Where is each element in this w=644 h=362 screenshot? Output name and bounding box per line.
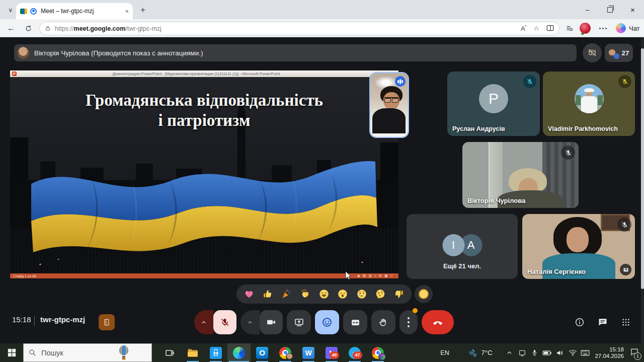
windows-logo-icon bbox=[8, 348, 16, 357]
activities-button[interactable] bbox=[620, 316, 632, 328]
tray-wifi-icon[interactable] bbox=[567, 343, 579, 362]
split-screen-icon[interactable] bbox=[546, 25, 554, 33]
end-call-button[interactable] bbox=[422, 310, 454, 334]
participants-button[interactable]: 27 bbox=[605, 44, 633, 62]
tray-tablet-mode-icon[interactable] bbox=[516, 343, 528, 362]
start-button[interactable] bbox=[0, 343, 23, 362]
tray-volume-icon[interactable] bbox=[553, 343, 567, 362]
tray-battery-icon[interactable] bbox=[540, 343, 553, 362]
taskbar-chrome-profile2[interactable] bbox=[366, 343, 389, 362]
read-aloud-icon[interactable]: A❜ bbox=[521, 25, 526, 32]
taskbar-edge-active[interactable] bbox=[227, 343, 251, 362]
annotations-off-button[interactable] bbox=[583, 43, 602, 62]
tray-weather[interactable]: 7°C bbox=[461, 343, 500, 362]
meeting-details-button[interactable] bbox=[574, 316, 586, 328]
copilot-icon bbox=[616, 23, 626, 33]
present-screen-button[interactable] bbox=[287, 310, 311, 334]
chat-button[interactable] bbox=[597, 316, 609, 328]
tray-keyboard-icon[interactable] bbox=[579, 343, 592, 362]
participant-name: Наталія Сергієнко bbox=[527, 268, 586, 275]
recording-indicator-icon bbox=[30, 8, 37, 15]
camera-options-chevron[interactable] bbox=[240, 310, 260, 334]
collections-icon[interactable] bbox=[562, 21, 577, 35]
reaction-face-with-open-mouth-icon[interactable] bbox=[335, 286, 350, 302]
tab-close-icon[interactable]: × bbox=[125, 8, 129, 15]
tray-hidden-icons-chevron[interactable] bbox=[503, 343, 515, 362]
reaction-clapping-hands-icon[interactable] bbox=[298, 286, 313, 302]
telegram-badge: 47 bbox=[353, 351, 362, 359]
participant-tile-vladimir[interactable]: Vladimir Parkhomovich bbox=[543, 71, 635, 136]
reaction-thinking-face-icon[interactable] bbox=[373, 286, 388, 302]
notification-count-badge: 1 bbox=[634, 352, 641, 360]
annotation-board-slash-icon bbox=[588, 48, 597, 57]
tray-action-center[interactable]: 1 bbox=[626, 343, 643, 362]
taskbar-search-box[interactable] bbox=[23, 343, 152, 362]
reactions-bar bbox=[236, 284, 412, 304]
end-call-icon bbox=[432, 317, 443, 328]
taskbar-telegram[interactable]: 47 bbox=[343, 343, 366, 362]
presenter-avatar bbox=[17, 47, 29, 59]
taskbar-word[interactable]: W bbox=[297, 343, 320, 362]
more-options-button[interactable] bbox=[399, 310, 418, 334]
browser-tab[interactable]: Meet – twr-gtpc-mzj × bbox=[16, 3, 133, 19]
task-view-icon bbox=[165, 348, 175, 358]
reaction-thumbs-down-icon[interactable] bbox=[391, 286, 407, 302]
window-minimize-button[interactable]: – bbox=[576, 0, 599, 19]
taskbar-outlook[interactable]: O bbox=[251, 343, 274, 362]
captions-button[interactable] bbox=[343, 310, 367, 334]
extension-rose-icon[interactable] bbox=[580, 23, 591, 34]
presenter-banner-text: Вікторія Чурілова (Проводится показ с ан… bbox=[34, 49, 203, 57]
search-highlight-balloon-icon bbox=[118, 345, 130, 360]
reaction-crying-face-icon[interactable] bbox=[354, 286, 369, 302]
taskbar-viber[interactable]: 40 bbox=[320, 343, 343, 362]
meeting-code: twr-gtpc-mzj bbox=[40, 315, 85, 324]
reaction-face-with-tears-of-joy-icon[interactable] bbox=[316, 286, 332, 302]
taskbar-chrome-profile1[interactable] bbox=[274, 343, 297, 362]
avatar: І bbox=[442, 234, 464, 256]
pip-expand-icon[interactable] bbox=[620, 264, 631, 275]
self-video-tile[interactable] bbox=[369, 72, 409, 138]
browser-menu-icon[interactable] bbox=[596, 21, 610, 35]
door-icon bbox=[103, 318, 111, 326]
viber-badge: 40 bbox=[330, 351, 339, 359]
overflow-participants-tile[interactable]: І А Ещё 21 чел. bbox=[407, 214, 518, 279]
participant-tile-viktoriia[interactable]: Вікторія Чурілова bbox=[462, 142, 579, 208]
mic-muted-icon bbox=[561, 146, 575, 160]
shared-presentation-window: P Демонстрация PowerPoint - [Мурсаитова … bbox=[10, 70, 398, 278]
mic-toggle-button-muted[interactable] bbox=[213, 310, 236, 334]
chat-icon bbox=[598, 317, 608, 327]
reactions-button-active[interactable] bbox=[315, 310, 339, 334]
tray-clock[interactable]: 15:18 27.04.2026 bbox=[592, 343, 624, 362]
task-view-button[interactable] bbox=[158, 343, 181, 362]
mic-options-chevron[interactable] bbox=[194, 310, 213, 334]
participant-tile-natalia[interactable]: Наталія Сергієнко bbox=[522, 214, 635, 279]
participant-name: Вікторія Чурілова bbox=[467, 197, 525, 204]
raise-hand-button[interactable] bbox=[371, 310, 395, 334]
divider bbox=[34, 316, 35, 326]
tray-microphone-icon[interactable] bbox=[528, 343, 540, 362]
copilot-chat-button[interactable]: Чат bbox=[612, 21, 644, 36]
address-bar[interactable]: https://meet.google.com/twr-gtpc-mzj A❜ … bbox=[39, 22, 559, 35]
taskbar-file-explorer[interactable] bbox=[181, 343, 204, 362]
reaction-sparkling-heart-icon[interactable] bbox=[242, 286, 257, 302]
refresh-button[interactable] bbox=[21, 21, 35, 35]
slideshow-toolbar-icons[interactable]: ◉▤▥≡⊞▣▽ bbox=[357, 274, 395, 278]
window-close-button[interactable]: × bbox=[621, 0, 644, 19]
tab-search-chevron-icon[interactable]: ∨ bbox=[4, 4, 17, 16]
new-tab-button[interactable]: + bbox=[137, 5, 149, 16]
camera-toggle-button[interactable] bbox=[260, 310, 283, 334]
search-input[interactable] bbox=[40, 348, 118, 357]
scrollbar-thumb[interactable] bbox=[641, 48, 644, 289]
reaction-party-popper-icon[interactable] bbox=[279, 286, 294, 302]
participant-tile-ruslan[interactable]: Р Руслан Андрусів bbox=[447, 71, 540, 136]
profile-avatar bbox=[378, 353, 386, 360]
meeting-room-button[interactable] bbox=[99, 314, 115, 330]
taskbar-microsoft-store[interactable] bbox=[204, 343, 227, 362]
reaction-thumbs-up-icon[interactable] bbox=[260, 286, 275, 302]
back-button[interactable]: ← bbox=[4, 21, 18, 35]
tray-language[interactable]: EN bbox=[436, 343, 454, 362]
window-restore-button[interactable] bbox=[599, 0, 621, 19]
captions-icon bbox=[350, 317, 361, 328]
skin-tone-picker-button[interactable] bbox=[415, 285, 433, 303]
favorite-star-icon[interactable]: ☆ bbox=[533, 25, 539, 32]
